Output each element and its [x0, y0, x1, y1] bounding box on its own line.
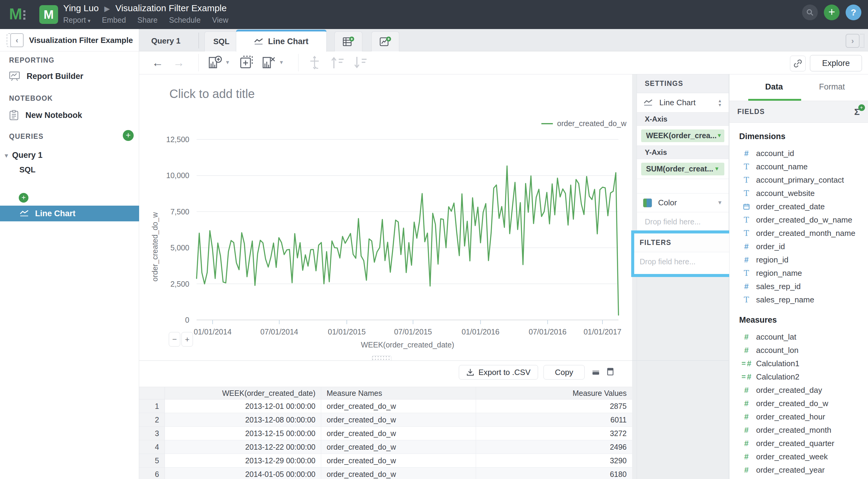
chart-title-placeholder[interactable]: Click to add title: [169, 87, 255, 101]
field-item-order_id[interactable]: #order_id: [737, 240, 868, 253]
field-item-order_created_month_name[interactable]: Torder_created_month_name: [737, 226, 868, 240]
field-item-region_id[interactable]: #region_id: [737, 253, 868, 266]
field-item-order_created_day[interactable]: #order_created_day: [737, 383, 868, 397]
number-field-icon: #: [737, 439, 756, 448]
table-row[interactable]: 42013-12-22 00:00:00order_created_do_w24…: [139, 440, 632, 454]
table-row[interactable]: 52013-12-29 00:00:00order_created_do_w32…: [139, 454, 632, 468]
menu-item-view[interactable]: View: [212, 16, 228, 25]
column-header-week[interactable]: WEEK(order_created_date): [165, 387, 321, 399]
caret-down-icon[interactable]: ▼: [714, 166, 719, 172]
field-item-Calculation2[interactable]: =#Calculation2: [737, 370, 868, 383]
field-item-order_gloss_amt_usd[interactable]: #order_gloss_amt_usd: [737, 477, 868, 479]
sort-descending-button-disabled[interactable]: [353, 56, 368, 69]
menu-item-schedule[interactable]: Schedule: [169, 16, 200, 25]
text-field-icon: T: [737, 268, 756, 278]
sidebar-item-sql[interactable]: SQL: [19, 165, 35, 174]
sidebar-item-line-chart[interactable]: Line Chart: [0, 205, 139, 221]
y-axis-field-pill[interactable]: SUM(order_creat... ▼: [641, 163, 724, 175]
field-name: order_created_do_w_name: [756, 215, 852, 225]
add-table-tab-button[interactable]: [335, 31, 362, 52]
collapse-caret-icon[interactable]: ▾: [5, 152, 8, 159]
chart-type-selector[interactable]: Line Chart ▲▼: [637, 93, 728, 113]
field-item-order_created_do_w_name[interactable]: Torder_created_do_w_name: [737, 213, 868, 226]
field-item-order_created_week[interactable]: #order_created_week: [737, 450, 868, 463]
menu-item-embed[interactable]: Embed: [102, 16, 126, 25]
copy-link-button[interactable]: [790, 56, 806, 71]
sort-ascending-button-disabled[interactable]: [330, 56, 345, 69]
mode-logo-icon[interactable]: M: [9, 7, 25, 21]
sidebar-collapse-button[interactable]: ‹: [7, 33, 24, 47]
menu-item-report[interactable]: Report▾: [63, 16, 90, 25]
explore-button[interactable]: Explore: [810, 55, 862, 71]
add-series-button[interactable]: ▼: [208, 56, 230, 69]
sidebar-item-new-notebook[interactable]: New Notebook: [9, 110, 82, 120]
add-chart-tab-button[interactable]: [371, 31, 399, 52]
color-section-row[interactable]: Color ▼: [637, 194, 728, 212]
tab-label: Line Chart: [268, 37, 309, 46]
field-name: order_id: [756, 242, 785, 251]
sidebar-item-report-builder[interactable]: Report Builder: [9, 71, 84, 81]
field-item-sales_rep_id[interactable]: #sales_rep_id: [737, 280, 868, 293]
collapse-table-icon[interactable]: [592, 368, 600, 376]
export-csv-button[interactable]: Export to .CSV: [459, 365, 538, 380]
zoom-in-button[interactable]: +: [182, 332, 193, 347]
field-item-account_lon[interactable]: #account_lon: [737, 344, 868, 357]
redo-button[interactable]: →: [173, 56, 185, 69]
expand-table-icon[interactable]: [607, 368, 614, 376]
field-item-account_lat[interactable]: #account_lat: [737, 330, 868, 344]
field-item-account_id[interactable]: #account_id: [737, 147, 868, 160]
tab-line-chart[interactable]: Line Chart: [236, 30, 327, 52]
breadcrumb-user[interactable]: Ying Luo: [63, 3, 99, 13]
tab-sql[interactable]: SQL: [205, 31, 238, 52]
add-button[interactable]: +: [824, 4, 840, 20]
field-item-account_primary_contact[interactable]: Taccount_primary_contact: [737, 173, 868, 187]
caret-down-icon: ▼: [225, 60, 230, 66]
report-tile-icon[interactable]: M: [39, 5, 58, 24]
tab-format[interactable]: Format: [819, 82, 845, 92]
tab-data[interactable]: Data: [765, 82, 783, 92]
toolbar-divider: [298, 54, 299, 71]
duplicate-chart-button[interactable]: [240, 56, 254, 69]
help-button[interactable]: ?: [846, 4, 861, 20]
column-header-measure-names[interactable]: Measure Names: [321, 387, 476, 399]
copy-button[interactable]: Copy: [544, 365, 585, 380]
panel-expand-button[interactable]: ›: [846, 34, 860, 48]
filters-drop-target[interactable]: Drop field here...: [634, 252, 729, 271]
field-item-order_created_quarter[interactable]: #order_created_quarter: [737, 437, 868, 450]
field-name: order_created_quarter: [756, 439, 834, 448]
swap-axes-button-disabled[interactable]: [307, 56, 322, 69]
caret-down-icon[interactable]: ▼: [716, 132, 722, 139]
menu-item-share[interactable]: Share: [137, 16, 158, 25]
line-chart-plot[interactable]: 02,5005,0007,50010,00012,50001/01/201407…: [139, 130, 632, 354]
undo-button[interactable]: ←: [152, 56, 163, 69]
field-item-account_name[interactable]: Taccount_name: [737, 160, 868, 173]
field-item-region_name[interactable]: Tregion_name: [737, 266, 868, 280]
query-tab-group-label[interactable]: Query 1: [151, 36, 181, 46]
field-item-order_created_do_w[interactable]: #order_created_do_w: [737, 397, 868, 410]
field-name: account_name: [756, 162, 808, 171]
breadcrumb-report[interactable]: Visualization Filter Example: [115, 3, 226, 13]
table-row[interactable]: 62014-01-05 00:00:00order_created_do_w61…: [139, 468, 632, 479]
caret-down-icon[interactable]: ▼: [717, 199, 722, 206]
field-item-order_created_date[interactable]: order_created_date: [737, 200, 868, 213]
field-item-order_created_month[interactable]: #order_created_month: [737, 423, 868, 437]
add-visualization-button[interactable]: +: [19, 193, 28, 202]
table-row[interactable]: 22013-12-08 00:00:00order_created_do_w60…: [139, 413, 632, 427]
field-item-account_website[interactable]: Taccount_website: [737, 187, 868, 200]
color-drop-target[interactable]: Drop field here...: [637, 212, 728, 232]
add-calculation-button[interactable]: Σ +: [854, 107, 860, 117]
table-row[interactable]: 32013-12-15 00:00:00order_created_do_w32…: [139, 427, 632, 440]
zoom-out-button[interactable]: −: [169, 332, 180, 347]
chart-legend[interactable]: order_created_do_w: [541, 119, 626, 128]
field-item-Calculation1[interactable]: =#Calculation1: [737, 357, 868, 370]
column-header-measure-values[interactable]: Measure Values: [476, 387, 632, 399]
field-item-sales_rep_name[interactable]: Tsales_rep_name: [737, 293, 868, 306]
x-axis-field-pill[interactable]: WEEK(order_crea... ▼: [641, 129, 724, 142]
table-row[interactable]: 12013-12-01 00:00:00order_created_do_w28…: [139, 400, 632, 413]
sidebar-item-query1[interactable]: ▾ Query 1: [5, 151, 43, 160]
remove-chart-button[interactable]: ▼: [262, 56, 284, 69]
field-item-order_created_hour[interactable]: #order_created_hour: [737, 410, 868, 423]
add-query-button[interactable]: +: [123, 130, 134, 141]
search-button[interactable]: [802, 4, 818, 20]
field-item-order_created_year[interactable]: #order_created_year: [737, 463, 868, 477]
